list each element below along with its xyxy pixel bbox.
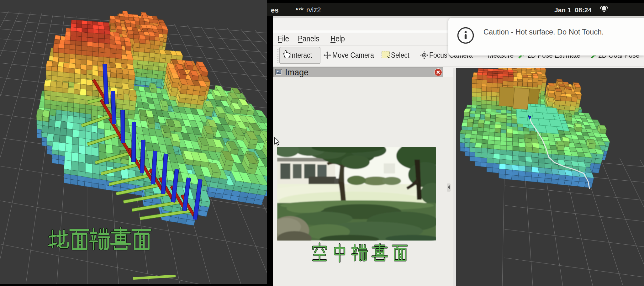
svg-text:RViz: RViz [296, 7, 304, 11]
